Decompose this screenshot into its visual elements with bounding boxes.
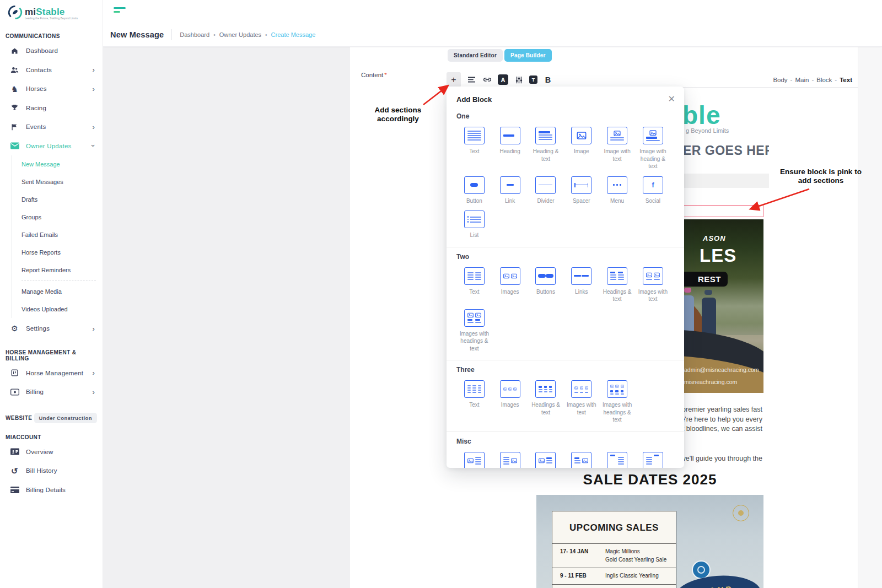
block-option-text[interactable]: Text bbox=[456, 267, 492, 303]
block-option-menu[interactable]: Menu bbox=[599, 176, 635, 205]
email-banner-text-block[interactable]: ER GOES HERE bbox=[683, 143, 769, 158]
heading-text-image-lr-icon bbox=[571, 452, 591, 468]
align-button[interactable] bbox=[466, 74, 477, 85]
block-option-heading-text[interactable]: Heading & text bbox=[528, 127, 564, 170]
sidebar-section-label: WEBSITEUnder Construction bbox=[6, 413, 97, 423]
sidebar-subitem-new-message[interactable]: New Message bbox=[12, 155, 103, 173]
billing-details-icon bbox=[10, 487, 19, 493]
adjust-button[interactable] bbox=[513, 74, 524, 85]
block-option-spacer[interactable]: Spacer bbox=[563, 176, 599, 205]
block-option-link[interactable]: Link bbox=[492, 176, 528, 205]
link-button[interactable] bbox=[482, 74, 493, 85]
add-block-button[interactable]: + bbox=[447, 72, 461, 87]
block-option-text-heading[interactable]: Text & heading bbox=[635, 452, 671, 468]
chevron-right-icon: › bbox=[92, 389, 95, 396]
block-option-image-with-text[interactable]: Image with text bbox=[456, 452, 492, 468]
sidebar-item-bill-history[interactable]: ↺Bill History bbox=[0, 461, 103, 481]
block-option-image[interactable]: Image bbox=[563, 127, 599, 170]
sidebar-item-events[interactable]: Events› bbox=[0, 117, 103, 137]
block-group-label: Three bbox=[456, 366, 674, 374]
tab-standard-editor[interactable]: Standard Editor bbox=[448, 49, 503, 62]
block-option-list[interactable]: List bbox=[456, 211, 492, 239]
block-option-text-with-image[interactable]: Text with image bbox=[492, 452, 528, 468]
block-option-images-with-text[interactable]: Images with text bbox=[635, 267, 671, 303]
breadcrumb: Dashboard•Owner Updates•Create Message bbox=[180, 31, 315, 38]
block-option-images-with-headings-text[interactable]: Images with headings & text bbox=[456, 309, 492, 353]
path-separator: - bbox=[790, 77, 793, 83]
block-option-heading[interactable]: Heading bbox=[492, 127, 528, 170]
block-option-heading-text-with-image[interactable]: Heading & text with image bbox=[563, 452, 599, 468]
block-group-label: Two bbox=[456, 253, 674, 261]
block-option-divider[interactable]: Divider bbox=[528, 176, 564, 205]
breadcrumb-item-dashboard[interactable]: Dashboard bbox=[180, 31, 209, 38]
horse-icon: ♞ bbox=[10, 85, 19, 93]
tab-page-builder[interactable]: Page Builder bbox=[504, 49, 552, 62]
block-option-label: Image with text bbox=[600, 148, 634, 163]
hero-sales-text-fragment: LES bbox=[700, 245, 736, 266]
block-option-text[interactable]: Text bbox=[456, 127, 492, 170]
sidebar-item-contacts[interactable]: Contacts› bbox=[0, 61, 103, 80]
sidebar-subitem-drafts[interactable]: Drafts bbox=[12, 191, 103, 208]
block-option-label: Headings & text bbox=[600, 288, 634, 303]
sidebar-section-label-text: COMMUNICATIONS bbox=[6, 33, 60, 39]
sidebar-subitem-horse-reports[interactable]: Horse Reports bbox=[12, 244, 103, 261]
path-segment-text[interactable]: Text bbox=[840, 77, 852, 83]
block-option-heading-text[interactable]: Heading & text bbox=[599, 452, 635, 468]
path-segment-body[interactable]: Body bbox=[773, 77, 787, 83]
font-color-button[interactable]: A bbox=[498, 74, 508, 85]
image-text-1col-icon bbox=[607, 127, 627, 144]
brand-logo[interactable]: miStable Leading the Future, Stabling Be… bbox=[0, 0, 103, 22]
sidebar-item-horses[interactable]: ♞Horses› bbox=[0, 79, 103, 99]
block-option-text[interactable]: Text bbox=[456, 380, 492, 424]
block-option-social[interactable]: fSocial bbox=[635, 176, 671, 205]
block-option-image-with-text[interactable]: Image with text bbox=[599, 127, 635, 170]
close-icon[interactable]: ✕ bbox=[668, 95, 675, 104]
breadcrumb-item-owner-updates[interactable]: Owner Updates bbox=[219, 31, 261, 38]
block-option-images-with-headings-text[interactable]: Images with headings & text bbox=[599, 380, 635, 424]
path-segment-block[interactable]: Block bbox=[816, 77, 832, 83]
group-divider bbox=[447, 360, 684, 360]
sidebar-subitem-groups[interactable]: Groups bbox=[12, 208, 103, 226]
block-option-label: Text bbox=[457, 288, 491, 296]
block-option-images-with-text[interactable]: Images with text bbox=[563, 380, 599, 424]
menu-1col-icon bbox=[607, 176, 627, 194]
block-option-image-with-heading-text[interactable]: Image with heading & text bbox=[528, 452, 564, 468]
sidebar-item-racing[interactable]: Racing bbox=[0, 99, 103, 118]
block-option-headings-text[interactable]: Headings & text bbox=[528, 380, 564, 424]
sidebar-item-horse-management[interactable]: Horse Management› bbox=[0, 364, 103, 383]
images-headings-text-2col-icon bbox=[464, 309, 485, 327]
block-option-button[interactable]: Button bbox=[456, 176, 492, 205]
sidebar-item-owner-updates[interactable]: Owner Updates› bbox=[0, 137, 103, 156]
sidebar-subitem-videos-uploaded[interactable]: Videos Uploaded bbox=[12, 300, 103, 318]
block-option-images[interactable]: Images bbox=[492, 267, 528, 303]
sidebar-subitem-failed-emails[interactable]: Failed Emails bbox=[12, 226, 103, 244]
sidebar-item-settings[interactable]: ⚙Settings› bbox=[0, 319, 103, 338]
block-option-buttons[interactable]: Buttons bbox=[528, 267, 564, 303]
path-segment-main[interactable]: Main bbox=[795, 77, 809, 83]
block-option-images[interactable]: Images bbox=[492, 380, 528, 424]
block-option-image-with-heading-text[interactable]: Image with heading & text bbox=[635, 127, 671, 170]
sidebar-subitem-manage-media[interactable]: Manage Media bbox=[12, 283, 103, 300]
sidebar-item-overview[interactable]: Overview bbox=[0, 443, 103, 462]
sidebar-item-billing-details[interactable]: Billing Details bbox=[0, 481, 103, 500]
list-1col-icon bbox=[464, 211, 485, 228]
annotation-ensure-pink: Ensure block is pink to add sections bbox=[776, 168, 865, 185]
hamburger-menu-icon[interactable] bbox=[114, 7, 126, 15]
breadcrumb-item-create-message[interactable]: Create Message bbox=[271, 31, 316, 38]
block-option-label: Divider bbox=[529, 197, 563, 205]
sidebar-subitem-sent-messages[interactable]: Sent Messages bbox=[12, 173, 103, 191]
text-style-button[interactable]: T bbox=[529, 75, 537, 84]
sale-dates-heading[interactable]: SALE DATES 2025 bbox=[531, 471, 769, 488]
upcoming-sales-title: UPCOMING SALES bbox=[552, 522, 676, 533]
sidebar-item-dashboard[interactable]: Dashboard bbox=[0, 41, 103, 61]
upcoming-sales-image-block[interactable]: RAND UPCOMING SALES 17- 14 JANMagic Mill… bbox=[536, 495, 763, 588]
sidebar-item-billing[interactable]: Billing› bbox=[0, 382, 103, 402]
sidebar-subitem-report-reminders[interactable]: Report Reminders bbox=[12, 261, 103, 279]
block-option-headings-text[interactable]: Headings & text bbox=[599, 267, 635, 303]
bold-button[interactable]: B bbox=[542, 74, 553, 85]
sidebar-item-label: Owner Updates bbox=[26, 143, 72, 149]
heading-1col-icon bbox=[500, 127, 520, 144]
annotation-add-sections: Add sections accordingly bbox=[356, 106, 440, 123]
sidebar-section-label-text: HORSE MANAGEMENT & BILLING bbox=[6, 349, 97, 362]
block-option-links[interactable]: Links bbox=[563, 267, 599, 303]
